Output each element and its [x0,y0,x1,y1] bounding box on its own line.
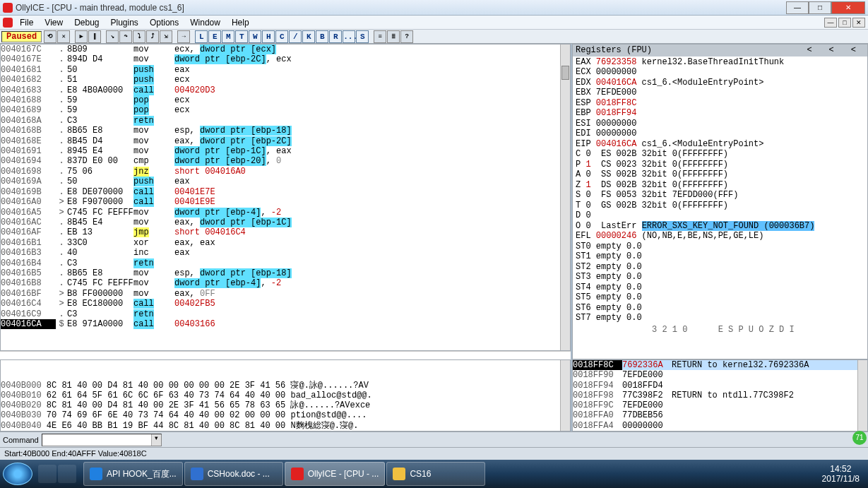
registers-pane[interactable]: Registers (FPU) < < < EAX 76923358 kerne… [572,44,868,359]
menu-options[interactable]: Options [144,16,184,29]
command-dropdown-icon[interactable]: ▾ [151,434,161,446]
register-line[interactable]: T 0 GS 002B 32bit 0(FFFFFFFF) [576,201,864,211]
run-button[interactable]: ▶ [75,30,88,43]
mdi-restore-button[interactable]: □ [838,18,851,28]
stack-row[interactable]: 0018FF9C 7EFDE000 [573,400,867,410]
disasm-row[interactable]: 0040168B.8B65 E8 mov esp, dword ptr [ebp… [1,126,570,136]
start-button[interactable] [3,463,32,485]
register-line[interactable]: ST6 empty 0.0 [576,303,864,314]
register-line[interactable]: EAX 76923358 kernel32.BaseThreadInitThun… [576,57,864,68]
quicklaunch-icon[interactable] [38,465,57,483]
taskbar-task[interactable]: CS16 [386,462,485,486]
execute-till-return-button[interactable]: ⇲ [160,30,172,43]
menu-debug[interactable]: Debug [69,16,105,29]
register-line[interactable]: P 1 CS 0023 32bit 0(FFFFFFFF) [576,160,864,170]
hexdump-row[interactable]: 0040B000 8C 81 40 00 D4 81 40 00 00 00 0… [1,381,570,391]
disasm-row[interactable]: 0040169A.50 push eax [1,177,570,186]
quicklaunch-icon[interactable] [58,465,76,483]
stack-scrollbar[interactable] [857,360,867,431]
reg-prev2-icon[interactable]: < [821,45,843,56]
register-line[interactable]: ST4 empty 0.0 [576,282,864,293]
disasm-row[interactable]: 004016B3.40 inc eax [1,248,570,258]
stack-row[interactable]: 0018FF8C 7692336A RETURN to kernel32.769… [573,360,867,370]
menu-plugins[interactable]: Plugins [105,16,144,29]
window-w-button[interactable]: W [249,30,261,43]
register-line[interactable]: O 0 LastErr ERROR_SXS_KEY_NOT_FOUND (000… [576,221,864,232]
register-line[interactable]: ECX 00000000 [576,67,864,78]
window-c-button[interactable]: C [275,30,288,43]
hexdump-row[interactable]: 0040B020 8C 81 40 00 D4 81 40 00 2E 3F 4… [1,400,570,410]
options-button-2[interactable]: ≣ [387,30,400,43]
window-e-button[interactable]: E [208,30,221,43]
taskbar-task[interactable]: API HOOK_百度... [83,462,183,486]
window-l-button[interactable]: L [195,30,208,43]
notification-badge[interactable]: 71 [852,431,867,445]
system-icon[interactable] [3,18,13,28]
hexdump-row[interactable]: 0040B010 62 61 64 5F 61 6C 6C 6F 63 40 7… [1,391,570,400]
help-button[interactable]: ? [400,30,413,43]
window-h-button[interactable]: H [262,30,275,43]
menu-window[interactable]: Window [184,16,226,29]
disasm-row[interactable]: 004016B4.C3 retn [1,258,570,268]
registers-header[interactable]: Registers (FPU) < < < [573,44,867,56]
register-line[interactable]: EIP 004016CA cs1_6.<ModuleEntryPoint> [576,139,864,150]
hexdump-pane[interactable]: 0040B000 8C 81 40 00 D4 81 40 00 00 00 0… [0,359,571,432]
taskbar-task[interactable]: OllyICE - [CPU - ... [285,462,386,486]
trace-into-button[interactable]: ⤵ [133,30,145,43]
disasm-row[interactable]: 004016A0>E8 F9070000 call 00401E9E [1,197,570,207]
disasm-row[interactable]: 004016C4>E8 EC180000 call 00402FB5 [1,299,570,309]
taskbar-task[interactable]: CSHook.doc - ... [184,462,283,486]
register-line[interactable]: ST0 empty 0.0 [576,242,864,252]
window-m-button[interactable]: M [222,30,234,43]
disasm-row[interactable]: 00401688.59 pop ecx [1,95,570,105]
close-debuggee-button[interactable]: ✕ [57,30,70,43]
disasm-row[interactable]: 00401682.51 push ecx [1,75,570,85]
disasm-row[interactable]: 004016B8.C745 FC FEFFFmov dword ptr [ebp… [1,278,570,288]
disasm-row[interactable]: 004016A5>C745 FC FEFFFmov dword ptr [ebp… [1,208,570,218]
options-button-1[interactable]: ≡ [374,30,386,43]
reg-prev-icon[interactable]: < [798,45,820,56]
register-line[interactable]: EDX 004016CA cs1_6.<ModuleEntryPoint> [576,78,864,88]
register-line[interactable]: EFL 00000246 (NO,NB,E,BE,NS,PE,GE,LE) [576,231,864,242]
maximize-button[interactable]: □ [809,1,831,14]
disasm-row[interactable]: 004016B1.33C0 xor eax, eax [1,238,570,248]
disasm-row[interactable]: 0040168E.8B45 D4 mov eax, dword ptr [ebp… [1,136,570,146]
stack-row[interactable]: 0018FF90 7EFDE000 [573,370,867,380]
goto-button[interactable]: → [177,30,190,43]
disasm-row[interactable]: 004016CA$E8 971A0000 call 00403166 [1,319,570,329]
windows-taskbar[interactable]: API HOOK_百度...CSHook.doc - ...OllyICE - … [0,460,868,488]
register-line[interactable]: ST1 empty 0.0 [576,251,864,262]
register-line[interactable]: EBX 7EFDE000 [576,88,864,98]
register-line[interactable]: C 0 ES 002B 32bit 0(FFFFFFFF) [576,149,864,160]
mdi-minimize-button[interactable]: — [824,18,837,28]
stack-row[interactable]: 0018FF98 77C398F2 RETURN to ntdll.77C398… [573,391,867,400]
trace-over-button[interactable]: ⤴ [146,30,159,43]
menu-help[interactable]: Help [226,16,255,29]
step-into-button[interactable]: ↘ [106,30,119,43]
disasm-row[interactable]: 0040167E.894D D4 mov dword ptr [ebp-2C],… [1,54,570,64]
disasm-row[interactable]: 00401694.837D E0 00 cmp dword ptr [ebp-2… [1,156,570,166]
menu-file[interactable]: File [14,16,39,29]
step-over-button[interactable]: ↷ [119,30,132,43]
window-r-button[interactable]: R [329,30,342,43]
disasm-row[interactable]: 004016B5.8B65 E8 mov esp, dword ptr [ebp… [1,268,570,278]
minimize-button[interactable]: — [786,1,809,14]
pause-button[interactable]: ∥ [88,30,101,43]
hexdump-row[interactable]: 0040B050 00 B1 40 00 00 00 00 00 8C 81 4… [1,431,570,432]
close-button[interactable]: ✕ [831,1,865,14]
window-...-button[interactable]: ... [343,30,355,43]
disasm-row[interactable]: 004016BF>B8 FF000000 mov eax, 0FF [1,289,570,299]
command-combo[interactable]: ▾ [42,434,162,446]
window-k-button[interactable]: K [302,30,315,43]
window-titlebar[interactable]: OllyICE - [CPU - main thread, module cs1… [0,0,868,16]
disasm-row[interactable]: 0040167C.8B09 mov ecx, dword ptr [ecx] [1,44,570,54]
disassembly-pane[interactable]: 0040167C.8B09 mov ecx, dword ptr [ecx]00… [0,44,571,351]
window-t-button[interactable]: T [235,30,248,43]
hexdump-row[interactable]: 0040B040 4E E6 40 BB B1 19 BF 44 8C 81 4… [1,421,570,431]
register-line[interactable]: ST5 empty 0.0 [576,292,864,303]
system-clock[interactable]: 14:52 2017/11/8 [814,464,868,484]
register-line[interactable]: ESP 0018FF8C [576,98,864,109]
disasm-row[interactable]: 00401683.E8 4B0A0000 call 004020D3 [1,85,570,95]
register-line[interactable]: ST3 empty 0.0 [576,272,864,282]
stack-row[interactable]: 0018FFA4 00000000 [573,421,867,431]
